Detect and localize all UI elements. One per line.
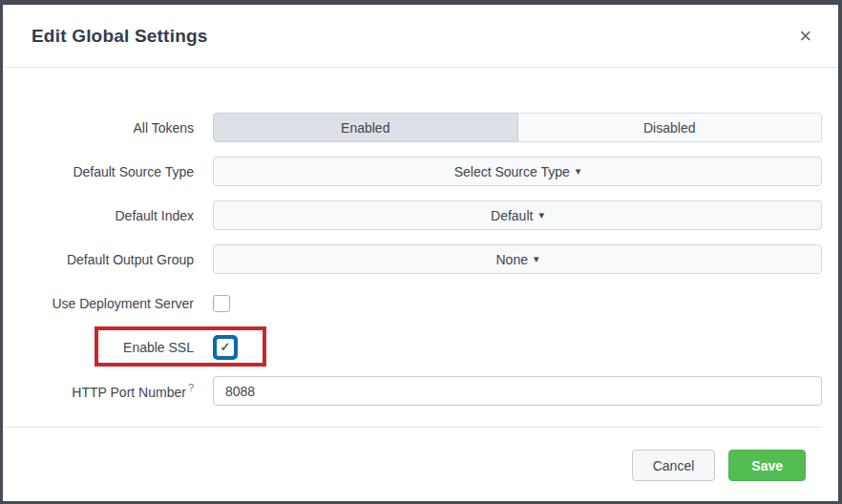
default-output-group-row: Default Output Group None ▾ bbox=[3, 244, 822, 274]
help-icon[interactable]: ? bbox=[188, 382, 194, 393]
default-source-type-row: Default Source Type Select Source Type ▾ bbox=[3, 157, 822, 186]
default-source-type-label: Default Source Type bbox=[3, 164, 194, 179]
enable-ssl-checkbox[interactable]: ✓ bbox=[213, 335, 238, 360]
default-source-type-value: Select Source Type bbox=[454, 164, 570, 179]
default-index-dropdown[interactable]: Default ▾ bbox=[213, 200, 822, 230]
use-deployment-server-label: Use Deployment Server bbox=[3, 296, 194, 311]
all-tokens-disabled-button[interactable]: Disabled bbox=[518, 113, 823, 142]
default-output-group-label: Default Output Group bbox=[3, 252, 194, 267]
dialog-body: All Tokens Enabled Disabled Default Sour… bbox=[3, 68, 838, 481]
use-deployment-server-row: Use Deployment Server bbox=[3, 288, 822, 318]
enable-ssl-label: Enable SSL bbox=[3, 340, 194, 355]
dialog-footer: Cancel Save bbox=[3, 427, 822, 481]
edit-global-settings-dialog: Edit Global Settings × All Tokens Enable… bbox=[3, 5, 838, 501]
all-tokens-row: All Tokens Enabled Disabled bbox=[3, 113, 822, 142]
caret-down-icon: ▾ bbox=[576, 165, 581, 178]
default-index-value: Default bbox=[491, 208, 533, 223]
checkmark-icon: ✓ bbox=[221, 340, 231, 354]
close-icon[interactable]: × bbox=[799, 26, 811, 47]
use-deployment-server-checkbox[interactable] bbox=[213, 295, 230, 312]
default-output-group-value: None bbox=[496, 252, 528, 267]
http-port-label: HTTP Port Number? bbox=[3, 382, 194, 400]
all-tokens-enabled-button[interactable]: Enabled bbox=[213, 113, 518, 142]
http-port-row: HTTP Port Number? bbox=[3, 376, 822, 406]
dialog-header: Edit Global Settings × bbox=[3, 5, 838, 68]
save-button[interactable]: Save bbox=[728, 450, 806, 481]
enable-ssl-row: Enable SSL ✓ bbox=[3, 332, 822, 362]
caret-down-icon: ▾ bbox=[534, 253, 539, 265]
dialog-title: Edit Global Settings bbox=[32, 26, 208, 47]
cancel-button[interactable]: Cancel bbox=[632, 450, 716, 481]
all-tokens-toggle: Enabled Disabled bbox=[213, 113, 822, 142]
default-output-group-dropdown[interactable]: None ▾ bbox=[213, 244, 822, 274]
default-index-label: Default Index bbox=[3, 208, 194, 223]
http-port-input[interactable] bbox=[213, 376, 822, 406]
all-tokens-label: All Tokens bbox=[3, 120, 194, 136]
default-index-row: Default Index Default ▾ bbox=[3, 200, 822, 230]
caret-down-icon: ▾ bbox=[538, 209, 544, 221]
default-source-type-dropdown[interactable]: Select Source Type ▾ bbox=[213, 157, 822, 186]
